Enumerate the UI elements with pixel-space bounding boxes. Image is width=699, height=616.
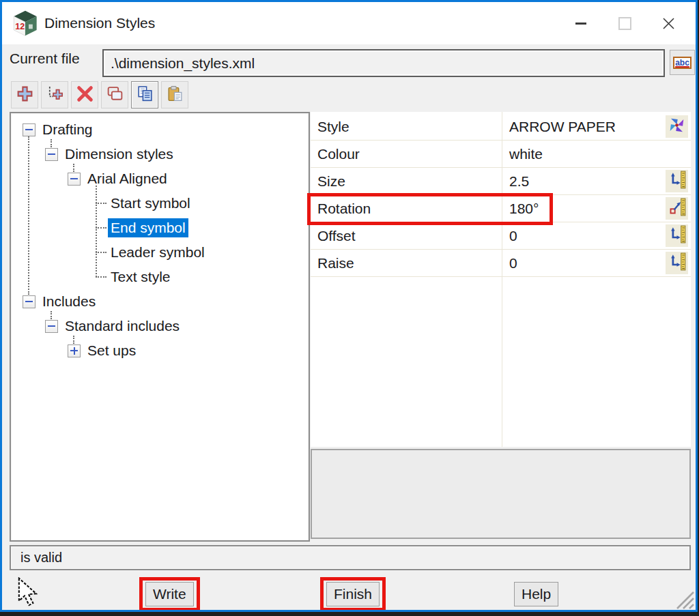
tree-item-dimension-styles[interactable]: Dimension styles [11, 142, 309, 166]
property-grid: StyleARROW PAPERColourwhiteSize2.5Rotati… [311, 112, 691, 447]
property-row-style[interactable]: StyleARROW PAPER [311, 113, 691, 141]
property-label-raise: Raise [317, 255, 354, 272]
current-file-input[interactable]: .\dimension_styles.xml [102, 49, 665, 77]
status-text: is valid [11, 550, 62, 566]
svg-text:12: 12 [15, 22, 25, 31]
expand-toggle-set-ups[interactable] [68, 344, 81, 357]
tree-item-label[interactable]: Set ups [85, 341, 139, 360]
delete-x-icon [76, 85, 94, 106]
tree-item-start-symbol[interactable]: Start symbol [11, 191, 309, 216]
mouse-cursor [17, 577, 38, 607]
tree-item-end-symbol[interactable]: End symbol [11, 216, 309, 240]
finish-button[interactable]: Finish [326, 582, 380, 606]
title-bar: 12 Dimension Styles [2, 2, 696, 44]
property-label-rotation: Rotation [317, 201, 371, 217]
help-button[interactable]: Help [514, 582, 558, 606]
close-icon [662, 17, 675, 30]
styles-tree-panel: DraftingDimension stylesArial AlignedSta… [10, 112, 310, 542]
annotation-box-write: Write [139, 577, 200, 611]
close-button[interactable] [646, 4, 690, 42]
write-button[interactable]: Write [145, 582, 194, 606]
tree-item-text-style[interactable]: Text style [11, 265, 309, 289]
status-bar: is valid [10, 545, 691, 570]
measure-icon [668, 252, 686, 274]
property-label-colour: Colour [317, 146, 360, 162]
property-row-offset[interactable]: Offset0 [311, 222, 691, 250]
collapse-toggle-standard-includes[interactable] [45, 320, 58, 333]
property-label-style: Style [317, 119, 350, 135]
add-child-button[interactable] [41, 81, 68, 108]
tree-item-includes[interactable]: Includes [11, 289, 309, 314]
collapse-toggle-arial-aligned[interactable] [68, 173, 81, 186]
tree-item-label[interactable]: End symbol [108, 218, 188, 237]
tree-item-label[interactable]: Start symbol [108, 194, 193, 213]
minimize-icon [575, 23, 586, 25]
12d-model-cube-icon: 12 [12, 10, 39, 37]
measure-icon [668, 225, 686, 246]
tree-item-set-ups[interactable]: Set ups [11, 338, 309, 363]
tree-item-arial-aligned[interactable]: Arial Aligned [11, 166, 309, 191]
property-picker-rotation[interactable] [666, 197, 688, 220]
property-row-colour[interactable]: Colourwhite [311, 141, 691, 168]
plus-list-icon [46, 85, 64, 106]
duplicate-button[interactable] [101, 81, 128, 108]
property-picker-offset[interactable] [666, 224, 688, 247]
paste-icon [166, 85, 184, 106]
tree-item-drafting[interactable]: Drafting [11, 117, 309, 142]
maximize-icon [618, 17, 631, 30]
tree-connector [96, 276, 106, 278]
choice-icon [668, 116, 686, 137]
duplicate-icon [106, 85, 124, 106]
tree-connector [96, 252, 106, 253]
angle-icon [668, 198, 686, 219]
tree-item-label[interactable]: Includes [40, 292, 98, 311]
delete-button[interactable] [71, 81, 98, 108]
copy-button[interactable] [131, 81, 158, 108]
tree-item-label[interactable]: Leader symbol [108, 243, 208, 262]
property-row-raise[interactable]: Raise0 [311, 250, 691, 277]
tree-item-label[interactable]: Drafting [40, 120, 96, 139]
collapse-toggle-drafting[interactable] [23, 123, 35, 136]
maximize-button[interactable] [603, 4, 646, 42]
tree-item-label[interactable]: Dimension styles [62, 145, 176, 164]
tree-item-label[interactable]: Standard includes [62, 317, 182, 336]
abc-icon: abc [673, 57, 691, 69]
footer-slot-help: Help [508, 577, 565, 611]
resize-grip[interactable] [672, 587, 694, 609]
toolbar [11, 81, 188, 108]
collapse-toggle-includes[interactable] [23, 295, 35, 308]
collapse-toggle-dimension-styles[interactable] [45, 148, 58, 161]
measure-icon [668, 171, 686, 192]
copy-icon [136, 85, 154, 106]
plus-icon [16, 85, 34, 106]
property-row-size[interactable]: Size2.5 [311, 168, 691, 195]
property-picker-style[interactable] [666, 115, 688, 138]
property-value-offset[interactable]: 0 [509, 228, 517, 244]
property-picker-raise[interactable] [666, 252, 688, 274]
window-controls [559, 2, 690, 44]
property-label-offset: Offset [317, 228, 356, 244]
property-value-raise[interactable]: 0 [509, 255, 517, 272]
property-row-rotation[interactable]: Rotation180° [311, 195, 691, 222]
property-value-size[interactable]: 2.5 [509, 173, 529, 190]
tree-item-standard-includes[interactable]: Standard includes [11, 314, 309, 338]
current-file-path: .\dimension_styles.xml [104, 55, 255, 72]
dimension-styles-window: 12 Dimension Styles Current file .\dimen… [0, 0, 698, 612]
property-value-rotation[interactable]: 180° [509, 201, 539, 217]
annotation-box-finish: Finish [320, 577, 386, 611]
minimize-button[interactable] [559, 4, 603, 42]
window-title: Dimension Styles [44, 15, 155, 31]
property-picker-size[interactable] [666, 170, 688, 192]
paste-button[interactable] [161, 81, 188, 108]
tree-item-leader-symbol[interactable]: Leader symbol [11, 240, 309, 265]
tree-connector [96, 227, 106, 229]
tree-connector [96, 203, 106, 204]
rename-text-button[interactable]: abc [670, 50, 695, 75]
preview-panel [311, 449, 691, 539]
tree-item-label[interactable]: Text style [108, 267, 173, 287]
property-value-colour[interactable]: white [509, 146, 543, 162]
current-file-label: Current file [10, 50, 80, 67]
property-value-style[interactable]: ARROW PAPER [509, 119, 616, 135]
tree-item-label[interactable]: Arial Aligned [85, 169, 170, 188]
add-button[interactable] [11, 81, 38, 108]
